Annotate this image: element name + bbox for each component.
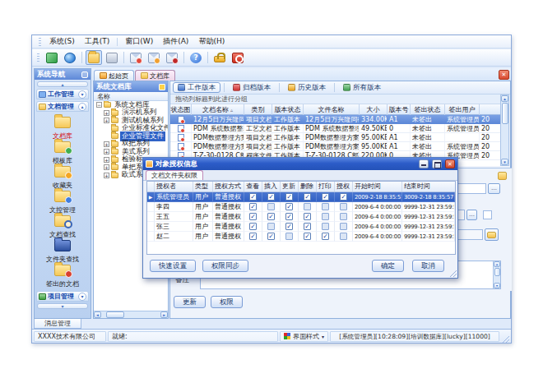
column-header-3[interactable]: 版本状态	[272, 104, 304, 115]
nav-scroll-up-button[interactable]	[37, 81, 88, 87]
dialog-column-header-5[interactable]: 更新	[281, 182, 299, 191]
chevron-up-icon[interactable]	[78, 103, 86, 111]
tree-column-header[interactable]: 名称	[94, 92, 168, 101]
drive-button[interactable]	[104, 50, 120, 65]
ok-button[interactable]: 确定	[372, 260, 404, 272]
checkbox-insert[interactable]	[267, 203, 275, 210]
computer-button[interactable]	[44, 50, 60, 65]
checkbox-grant[interactable]	[340, 223, 347, 230]
checkbox-print[interactable]	[322, 233, 329, 240]
nav-scroll-down-button[interactable]	[37, 303, 88, 309]
checkbox-insert[interactable]	[267, 193, 275, 201]
help-button[interactable]	[188, 50, 204, 65]
column-header-0[interactable]: 状态图	[170, 104, 192, 115]
checkbox-delete[interactable]	[304, 193, 311, 201]
checkbox-delete[interactable]	[304, 213, 311, 220]
lock-button[interactable]	[211, 50, 228, 65]
tab-folder-permissions[interactable]: 文档文件夹权限	[146, 170, 203, 180]
sidebar-item-doc-control[interactable]: 文控管理	[35, 189, 90, 214]
dialog-column-header-4[interactable]: 插入	[262, 182, 281, 191]
permission-sync-button[interactable]: 权限同步	[202, 260, 248, 272]
menu-item-3[interactable]: 插件(A)	[158, 35, 193, 48]
power-button[interactable]	[230, 50, 246, 65]
menu-item-4[interactable]: 帮助(H)	[193, 35, 230, 48]
detail-checkbox[interactable]	[483, 210, 492, 219]
permission-row-2[interactable]: 王五用户普通授权2009-6-4 0:00:009999-12-31 23:59…	[147, 212, 455, 222]
window-resize-grip[interactable]	[501, 334, 509, 343]
checkbox-delete[interactable]	[304, 233, 311, 240]
checkbox-grant[interactable]	[340, 233, 347, 240]
column-header-1[interactable]: 文档名称	[192, 104, 244, 115]
scroll-up-icon[interactable]	[494, 261, 500, 267]
panel-expander-icon[interactable]	[498, 172, 507, 180]
dialog-titlebar[interactable]: 对象授权信息	[143, 158, 457, 170]
checkbox-grant[interactable]	[340, 213, 347, 220]
sidebar-item-doc-library[interactable]: 文档库	[35, 115, 90, 140]
main-vertical-scrollbar[interactable]	[500, 95, 509, 166]
mail-delete-button[interactable]	[164, 50, 180, 65]
dialog-column-header-3[interactable]: 查看	[244, 182, 262, 191]
checkbox-update[interactable]	[285, 193, 293, 201]
checkbox-print[interactable]	[322, 213, 329, 220]
checkbox-delete[interactable]	[304, 203, 311, 210]
sidebar-item-template-library[interactable]: 模板库	[35, 140, 90, 164]
checkbox-insert[interactable]	[267, 233, 275, 240]
table-row-3[interactable]: PDM数据整理方案2.doc项目文档工作版本PDM数据整理方案2.doc95.0…	[170, 142, 502, 151]
table-row-1[interactable]: PDM 系统数据整理检…工艺文档工作版本PDM 系统数据整理…49.50KB0未…	[170, 124, 502, 133]
panel-menu-icon[interactable]	[81, 71, 88, 78]
scroll-up-icon[interactable]	[501, 95, 508, 102]
dialog-column-header-8[interactable]: 授权	[335, 182, 353, 191]
checkbox-grant[interactable]	[340, 193, 347, 201]
checkbox-update[interactable]	[285, 213, 293, 220]
close-tab-button[interactable]	[499, 70, 509, 80]
quick-setup-button[interactable]: 快速设置	[150, 260, 196, 272]
dialog-column-header-1[interactable]: 类型	[193, 182, 213, 191]
remark-scrollbar[interactable]	[493, 261, 500, 288]
checkbox-print[interactable]	[322, 203, 329, 210]
checkbox-update[interactable]	[285, 233, 293, 240]
checkbox-insert[interactable]	[267, 213, 275, 220]
sidebar-item-checked-out-docs[interactable]: 签出的文档	[35, 263, 90, 288]
mail-new-button[interactable]	[128, 50, 144, 65]
permission-row-1[interactable]: 李四用户普通授权2009-6-4 0:00:009999-12-31 23:59…	[147, 202, 455, 212]
column-header-8[interactable]: 签出用户	[445, 104, 480, 115]
column-header-6[interactable]: 版本号	[388, 104, 411, 115]
close-button[interactable]	[445, 159, 455, 168]
globe-button[interactable]	[62, 50, 78, 65]
drag-handle[interactable]	[39, 38, 41, 46]
checkbox-view[interactable]	[249, 203, 257, 210]
checkbox-delete[interactable]	[304, 223, 311, 230]
sidebar-item-favorites[interactable]: 收藏夹	[35, 164, 90, 189]
chevron-down-icon[interactable]	[78, 90, 86, 99]
open-folder-button[interactable]	[485, 228, 499, 241]
tab-doc-library[interactable]: 文档库	[135, 70, 175, 81]
dialog-column-header-10[interactable]: 结束时间	[402, 182, 455, 191]
expand-icon[interactable]: +	[104, 149, 109, 154]
minimize-button[interactable]	[419, 159, 429, 168]
tab-archive-versions[interactable]: 归档版本	[228, 82, 276, 93]
scrollbar-thumb[interactable]	[494, 268, 500, 276]
pin-icon[interactable]	[159, 84, 165, 90]
menu-item-0[interactable]: 系统(S)	[44, 35, 80, 48]
nav-section-work-mgmt[interactable]: 工作管理	[36, 89, 89, 99]
expand-icon[interactable]: +	[104, 118, 109, 123]
column-header-2[interactable]: 类别	[244, 104, 272, 115]
drag-handle[interactable]	[37, 53, 39, 62]
tab-work-versions[interactable]: 工作版本	[173, 82, 220, 93]
tab-start-page[interactable]: 起始页	[94, 70, 134, 81]
expand-icon[interactable]: +	[104, 157, 109, 163]
browse-button-2[interactable]: …	[466, 210, 477, 220]
folder-open-button[interactable]	[86, 50, 102, 65]
chevron-down-icon[interactable]	[78, 293, 86, 301]
dialog-column-header-6[interactable]: 删除	[299, 182, 317, 191]
tree-horizontal-scrollbar[interactable]	[94, 311, 168, 318]
nav-section-doc-mgmt[interactable]: 文档管理	[36, 101, 89, 112]
checkbox-print[interactable]	[322, 193, 329, 201]
column-header-5[interactable]: 大小	[360, 104, 388, 115]
mail-open-button[interactable]	[146, 50, 162, 65]
checkbox-view[interactable]	[249, 223, 257, 230]
browse-button-1[interactable]: …	[488, 183, 500, 194]
expand-icon[interactable]: +	[104, 164, 109, 170]
expand-icon[interactable]: +	[104, 173, 109, 178]
permission-button[interactable]: 权限	[211, 296, 243, 308]
